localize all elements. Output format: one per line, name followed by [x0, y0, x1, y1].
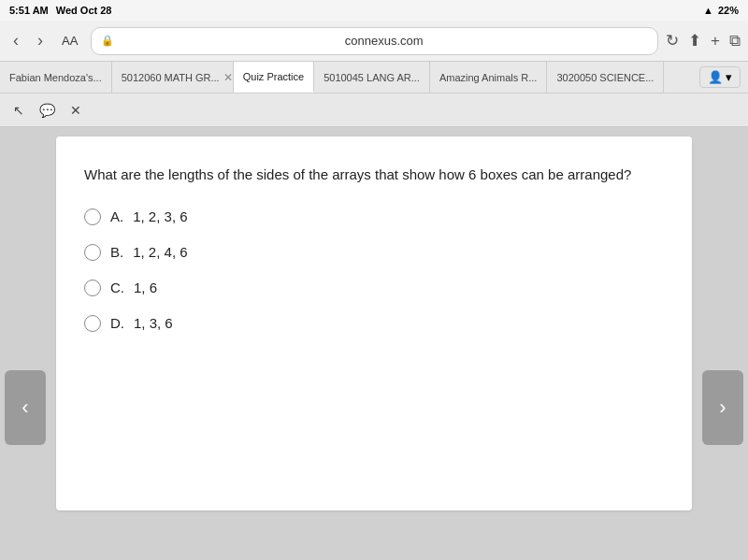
- tab-science[interactable]: 3020050 SCIENCE...: [547, 62, 664, 93]
- radio-c[interactable]: [84, 280, 101, 296]
- option-a[interactable]: A. 1, 2, 3, 6: [84, 208, 664, 225]
- wifi-icon: ▲: [703, 5, 713, 16]
- secondary-toolbar: ↖ 💬 ✕: [0, 93, 748, 127]
- option-a-text: 1, 2, 3, 6: [133, 208, 187, 224]
- option-c-letter: C.: [110, 280, 124, 295]
- tab-quiz-practice[interactable]: Quiz Practice: [234, 62, 314, 93]
- option-c-text: 1, 6: [134, 280, 157, 295]
- cursor-tool-button[interactable]: ↖: [7, 99, 30, 122]
- content-wrapper: What are the lengths of the sides of the…: [0, 127, 748, 560]
- option-d[interactable]: D. 1, 3, 6: [84, 315, 664, 332]
- comment-tool-button[interactable]: 💬: [34, 99, 61, 122]
- date-display: Wed Oct 28: [56, 5, 112, 16]
- browser-toolbar: ‹ › AA 🔒 connexus.com ↻ ⬆ + ⧉: [0, 21, 748, 62]
- user-avatar-button[interactable]: 👤 ▾: [699, 66, 741, 88]
- tab-math[interactable]: 5012060 MATH GR... ✕: [112, 62, 234, 93]
- tab-fabian[interactable]: Fabian Mendoza's...: [0, 62, 112, 93]
- prev-question-button[interactable]: ‹: [5, 370, 46, 445]
- tab-lang-arts[interactable]: 5010045 LANG AR...: [314, 62, 430, 93]
- new-tab-button[interactable]: +: [711, 32, 720, 50]
- back-button[interactable]: ‹: [7, 27, 24, 54]
- avatar-chevron: ▾: [726, 70, 732, 84]
- close-toolbar-button[interactable]: ✕: [65, 99, 87, 122]
- reader-mode-button[interactable]: AA: [56, 30, 83, 51]
- time-display: 5:51 AM: [9, 5, 49, 16]
- option-c[interactable]: C. 1, 6: [84, 280, 664, 296]
- option-d-text: 1, 3, 6: [134, 315, 173, 331]
- url-text: connexus.com: [120, 34, 648, 48]
- option-a-letter: A.: [110, 208, 123, 224]
- battery-display: 22%: [718, 5, 739, 16]
- radio-b[interactable]: [84, 244, 101, 261]
- next-question-button[interactable]: ›: [702, 370, 743, 445]
- option-b-text: 1, 2, 4, 6: [133, 244, 187, 260]
- forward-button[interactable]: ›: [32, 27, 49, 54]
- option-d-letter: D.: [110, 315, 124, 331]
- tabs-overview-button[interactable]: ⧉: [729, 32, 741, 50]
- option-b[interactable]: B. 1, 2, 4, 6: [84, 244, 664, 261]
- toolbar-actions: ↻ ⬆ + ⧉: [666, 31, 741, 50]
- annotation-tools: ↖ 💬 ✕: [7, 99, 87, 122]
- refresh-button[interactable]: ↻: [666, 31, 679, 50]
- tab-math-close[interactable]: ✕: [223, 71, 233, 84]
- status-bar: 5:51 AM Wed Oct 28 ▲ 22%: [0, 0, 748, 21]
- tab-amazing-animals[interactable]: Amazing Animals R...: [430, 62, 548, 93]
- lock-icon: 🔒: [101, 35, 114, 47]
- option-b-letter: B.: [110, 244, 123, 260]
- quiz-card: What are the lengths of the sides of the…: [56, 136, 692, 510]
- radio-d[interactable]: [84, 315, 101, 332]
- avatar-icon: 👤: [708, 70, 723, 84]
- tabs-bar: Fabian Mendoza's... 5012060 MATH GR... ✕…: [0, 62, 748, 93]
- question-text: What are the lengths of the sides of the…: [84, 165, 664, 186]
- share-button[interactable]: ⬆: [688, 31, 701, 50]
- radio-a[interactable]: [84, 208, 101, 225]
- address-bar[interactable]: 🔒 connexus.com: [91, 27, 658, 55]
